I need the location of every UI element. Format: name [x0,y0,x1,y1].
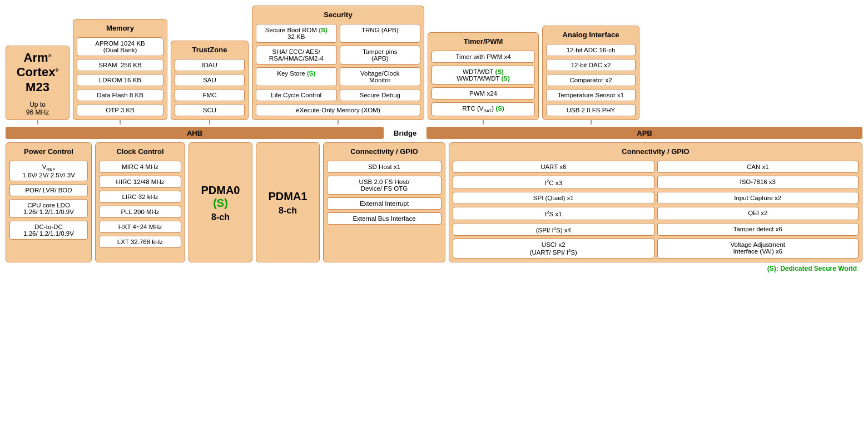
apb-bar: APB [426,127,862,139]
analog-title: Analog Interface [563,31,619,39]
analog-item-4: USB 2.0 FS PHY [546,104,636,116]
security-tamper-pins: Tamper pins(APB) [340,46,421,64]
tz-item-2: FMC [175,89,245,101]
clock-item-2: LIRC 32 kHz [99,191,181,203]
arm-col: Arm® Cortex® M23 Up to 96 MHz [6,46,70,125]
clock-item-4: HXT 4~24 MHz [99,221,181,233]
pdma1-sub: 8-ch [279,206,297,216]
power-title: Power Control [24,147,73,156]
analog-item-3: Temperature Sensor x1 [546,89,636,101]
memory-connector [120,120,121,125]
analog-item-0: 12-bit ADC 16-ch [546,44,636,56]
pdma0-sub: 8-ch [211,212,230,222]
tz-connector [209,120,210,125]
tz-item-3: SCU [175,104,245,116]
clock-title: Clock Control [116,147,163,156]
clock-item-1: HIRC 12/48 MHz [99,176,181,188]
arm-model: M23 [26,80,49,94]
tz-title: TrustZone [192,46,227,54]
conn-right-can: CAN x1 [657,161,859,173]
power-item-1: POR/ LVR/ BOD [9,184,88,196]
conn-right-inner: UART x6 CAN x1 I2C x3 ISO-7816 x3 SPI (Q… [453,161,859,259]
conn-right-spi-i2s: (SPI/ I2S) x4 [453,223,654,236]
memory-col: Memory APROM 1024 KB(Dual Bank) SRAM 256… [73,19,167,125]
memory-item-2: LDROM 16 KB [77,74,163,86]
security-lifecycle: Life Cycle Control [256,89,337,101]
memory-item-4: OTP 3 KB [77,104,163,116]
bus-row: AHB Bridge APB [6,127,862,139]
security-connector [338,120,339,125]
conn-right-qei: QEI x2 [657,207,859,220]
pdma1-title: PDMA1 [268,190,307,203]
security-title: Security [324,11,352,19]
pdma0-block: PDMA0 (S) 8-ch [189,142,252,262]
pdma1-block: PDMA1 8-ch [256,142,320,262]
tz-item-0: IDAU [175,59,245,71]
apb-label: APB [637,129,652,137]
arm-connector [37,120,38,125]
memory-item-3: Data Flash 8 KB [77,89,163,101]
conn-right-uart: UART x6 [453,161,654,173]
main-container: Arm® Cortex® M23 Up to 96 MHz Memory APR… [0,0,868,278]
arm-speed: Up to 96 MHz [26,101,49,116]
timer-item-3: RTC (VBAT) (S) [431,102,535,116]
conn-right-title: Connectivity / GPIO [622,147,689,156]
security-key-store: Key Store (S) [256,67,337,86]
conn-right-iso: ISO-7816 x3 [657,176,859,189]
memory-item-1: SRAM 256 KB [77,59,163,71]
arm-reg2: ® [55,68,58,73]
conn-right-usci: USCI x2(UART/ SPI/ I2S) [453,239,654,259]
clock-block: Clock Control MIRC 4 MHz HIRC 12/48 MHz … [95,142,185,262]
timer-col: Timer/PWM Timer with PWM x4 WDT/WDT (S)W… [428,32,539,125]
power-block: Power Control VREF1.6V/ 2V/ 2.5V/ 3V POR… [6,142,92,262]
conn-right-i2c: I2C x3 [453,176,654,189]
timer-connector [483,120,484,125]
security-inner: Secure Boot ROM (S) 32 KB TRNG (APB) SHA… [256,24,420,116]
ahb-bar: AHB [6,127,384,139]
conn-left-item-0: SD Host x1 [327,161,442,173]
arm-brand: Arm [24,51,48,64]
analog-block: Analog Interface 12-bit ADC 16-ch 12-bit… [542,26,639,120]
conn-right-vai: Voltage AdjustmentInterface (VAI) x6 [657,239,859,259]
pdma0-s-marker: (S) [213,197,228,209]
memory-title: Memory [106,24,134,32]
timer-block: Timer/PWM Timer with PWM x4 WDT/WDT (S)W… [428,32,539,120]
conn-right-block: Connectivity / GPIO UART x6 CAN x1 I2C x… [449,142,862,262]
conn-right-tamper: Tamper detect x6 [657,223,859,236]
timer-item-2: PWM x24 [431,87,535,100]
arm-block: Arm® Cortex® M23 Up to 96 MHz [6,46,70,120]
security-sha: SHA/ ECC/ AES/RSA/HMAC/SM2-4 [256,46,337,64]
timer-title: Timer/PWM [464,37,503,46]
timer-item-0: Timer with PWM x4 [431,51,535,63]
memory-block: Memory APROM 1024 KB(Dual Bank) SRAM 256… [73,19,167,120]
analog-item-2: Comparator x2 [546,74,636,86]
power-item-2: CPU core LDO1.26/ 1.2/1.1/0.9V [9,199,88,218]
conn-left-item-2: External Interrupt [327,197,442,210]
memory-item-0: APROM 1024 KB(Dual Bank) [77,37,163,56]
bottom-row: Power Control VREF1.6V/ 2V/ 2.5V/ 3V POR… [6,142,862,262]
conn-left-title: Connectivity / GPIO [350,147,418,156]
tz-item-1: SAU [175,74,245,86]
conn-left-block: Connectivity / GPIO SD Host x1 USB 2.0 F… [323,142,445,262]
conn-left-item-1: USB 2.0 FS Host/Device/ FS OTG [327,176,442,195]
clock-item-5: LXT 32.768 kHz [99,236,181,248]
clock-item-3: PLL 200 MHz [99,206,181,218]
analog-col: Analog Interface 12-bit ADC 16-ch 12-bit… [542,26,639,125]
arm-title: Arm® Cortex® M23 [17,51,59,95]
timer-item-1: WDT/WDT (S)WWDT/WWDT (S) [431,66,535,85]
security-trng: TRNG (APB) [340,24,421,43]
analog-connector [591,120,592,125]
conn-right-spi: SPI (Quad) x1 [453,192,654,204]
clock-item-0: MIRC 4 MHz [99,161,181,173]
footnote: (S): Dedicated Secure World [6,265,862,272]
security-voltage-clock: Voltage/ClockMonitor [340,67,421,86]
pdma0-title: PDMA0 (S) [192,184,249,210]
conn-right-input-cap: Input Capture x2 [657,192,859,204]
power-item-0: VREF1.6V/ 2V/ 2.5V/ 3V [9,161,88,181]
top-blocks-row: Arm® Cortex® M23 Up to 96 MHz Memory APR… [6,6,862,125]
security-secure-debug: Secure Debug [340,89,421,101]
arm-cortex: Cortex [17,65,56,79]
security-block: Security Secure Boot ROM (S) 32 KB TRNG … [252,6,424,120]
conn-right-i2s: I2S x1 [453,207,654,220]
tz-col: TrustZone IDAU SAU FMC SCU [171,41,249,125]
